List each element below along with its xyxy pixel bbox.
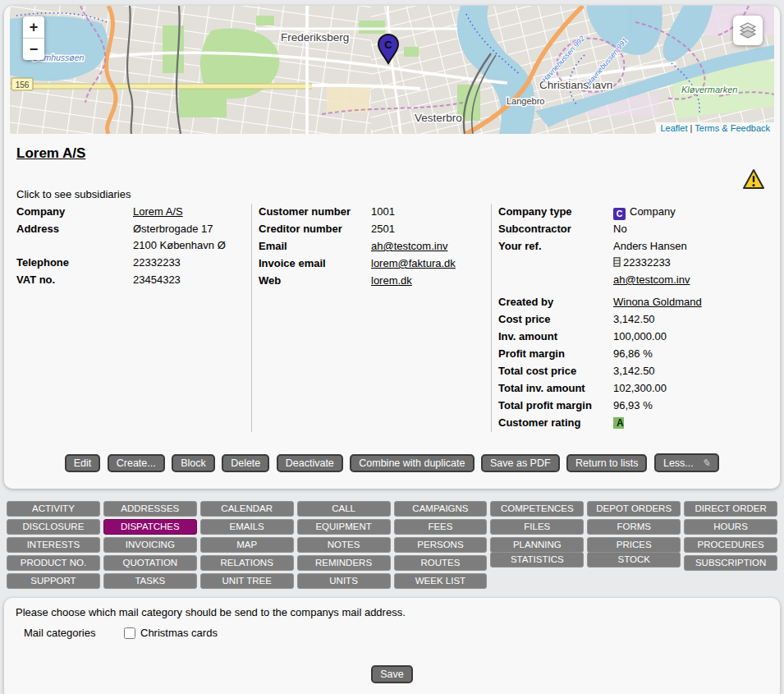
tab-campaigns[interactable]: CAMPAIGNS [394,501,488,517]
block-button[interactable]: Block [172,454,215,472]
tab-activity[interactable]: ACTIVITY [7,501,100,517]
details-column-2: Customer number 1001 Creditor number 250… [251,204,491,432]
terms-feedback-link[interactable]: Terms & Feedback [695,123,770,133]
map-zoom-control: + − [23,16,44,60]
tab-procedures[interactable]: PROCEDURES [684,537,777,553]
zoom-out-button[interactable]: − [23,39,44,60]
tab-call[interactable]: CALL [297,501,391,517]
leaflet-link[interactable]: Leaflet [660,123,687,133]
tab-units[interactable]: UNITS [297,573,391,589]
deactivate-button[interactable]: Deactivate [277,454,343,472]
tab-planning[interactable]: PLANNING [490,537,584,553]
your-ref-label: Your ref. [498,238,613,288]
company-link[interactable]: Lorem A/S [133,205,183,218]
tab-persons[interactable]: PERSONS [394,537,488,553]
return-to-lists-button[interactable]: Return to lists [566,454,647,472]
tab-week-list[interactable]: WEEK LIST [394,573,488,589]
subcontractor-label: Subcontractor [498,221,613,237]
mail-categories-label: Mail categories [24,627,124,639]
customer-rating-bar: A [613,417,624,429]
web-link[interactable]: lorem.dk [371,274,412,287]
tab-disclosure[interactable]: DISCLOSURE [7,519,100,535]
tab-notes[interactable]: NOTES [297,537,391,553]
tab-unit-tree[interactable]: UNIT TREE [200,573,294,589]
layers-icon [739,21,757,39]
svg-text:156: 156 [16,80,30,90]
combine-duplicate-button[interactable]: Combine with duplicate [350,454,474,472]
page-title[interactable]: Lorem A/S [16,145,780,162]
profit-margin-label: Profit margin [498,346,613,362]
telephone-label: Telephone [16,255,133,271]
route-shield-156: 156 [11,78,33,90]
tab-subscription[interactable]: SUBSCRIPTION [684,555,777,571]
creditor-number-value: 2501 [371,221,491,237]
address-line-2: 2100 København Ø [133,239,226,251]
mail-instruction: Please choose which mail category should… [16,606,768,618]
tab-addresses[interactable]: ADDRESSES [103,501,197,517]
save-pdf-button[interactable]: Save as PDF [481,454,560,472]
tab-statistics[interactable]: STATISTICS [490,552,584,568]
map-canvas: Frederiksberg Vesterbro Christianshavn L… [10,6,774,134]
tab-relations[interactable]: RELATIONS [200,555,294,571]
tab-calendar[interactable]: CALENDAR [200,501,294,517]
tab-fees[interactable]: FEES [394,519,488,535]
edit-button[interactable]: Edit [65,454,101,472]
warning-icon[interactable] [742,168,765,193]
company-type-value: Company [630,205,676,218]
tab-forms[interactable]: FORMS [587,519,681,535]
tab-support[interactable]: SUPPORT [7,573,100,589]
create-button[interactable]: Create... [108,454,165,472]
inv-amount-value: 100,000.00 [613,329,722,345]
your-ref-name: Anders Hansen [613,240,687,252]
tab-interests[interactable]: INTERESTS [7,537,100,553]
phone-icon [613,255,621,272]
company-type-label: Company type [498,204,613,220]
map[interactable]: Frederiksberg Vesterbro Christianshavn L… [10,6,774,134]
tab-competences[interactable]: COMPETENCES [490,501,584,517]
your-ref-email-link[interactable]: ah@testcom.inv [613,273,690,286]
tab-hours[interactable]: HOURS [684,519,777,535]
map-label-frederiksberg: Frederiksberg [281,31,349,44]
tab-direct-order[interactable]: DIRECT ORDER [684,501,777,517]
mail-categories-card: Please choose which mail category should… [4,598,780,694]
created-by-link[interactable]: Winona Goldmand [613,296,702,308]
invoice-email-link[interactable]: lorem@faktura.dk [371,257,456,269]
tab-invoicing[interactable]: INVOICING [103,537,197,553]
inv-amount-label: Inv. amount [498,329,613,345]
christmas-cards-checkbox[interactable] [124,627,135,639]
tab-product-no[interactable]: PRODUCT NO. [7,555,100,571]
tab-dispatches[interactable]: DISPATCHES [103,519,197,535]
tab-map[interactable]: MAP [200,537,294,553]
details-column-1: Company Lorem A/S Address Østerbrogade 1… [16,204,251,432]
total-cost-price-label: Total cost price [498,363,613,379]
action-buttons: Edit Create... Block Delete Deactivate C… [4,453,780,472]
tab-quotation[interactable]: QUOTATION [103,555,197,571]
subsidiaries-link[interactable]: Click to see subsidiaries [16,188,780,200]
invoice-email-label: Invoice email [259,255,371,272]
module-tabs: ACTIVITYADDRESSESCALENDARCALLCAMPAIGNSCO… [7,501,777,589]
map-marker-letter: C [384,39,392,51]
zoom-in-button[interactable]: + [23,16,44,39]
save-button[interactable]: Save [371,665,413,683]
map-label-christianshavn: Christianshavn [539,79,612,91]
layers-control-button[interactable] [733,16,763,45]
tab-equipment[interactable]: EQUIPMENT [297,519,391,535]
christmas-cards-label[interactable]: Christmas cards [140,627,218,639]
tab-routes[interactable]: ROUTES [394,555,488,571]
email-link[interactable]: ah@testcom.inv [371,240,447,252]
total-cost-price-value: 3,142.50 [613,363,722,379]
address-line-1: Østerbrogade 17 [133,223,213,235]
tab-tasks[interactable]: TASKS [103,573,197,589]
tab-stock[interactable]: STOCK [587,552,681,568]
delete-button[interactable]: Delete [222,454,269,472]
tab-reminders[interactable]: REMINDERS [297,555,391,571]
total-inv-amount-value: 102,300.00 [613,380,722,397]
tab-files[interactable]: FILES [490,519,584,535]
total-profit-margin-value: 96,93 % [613,398,722,414]
tab-prices[interactable]: PRICES [587,537,681,553]
web-label: Web [259,273,371,289]
tab-depot-orders[interactable]: DEPOT ORDERS [587,501,681,517]
cost-price-value: 3,142.50 [613,311,722,328]
tab-emails[interactable]: EMAILS [200,519,294,535]
less-button[interactable]: Less...✎ [654,453,719,472]
